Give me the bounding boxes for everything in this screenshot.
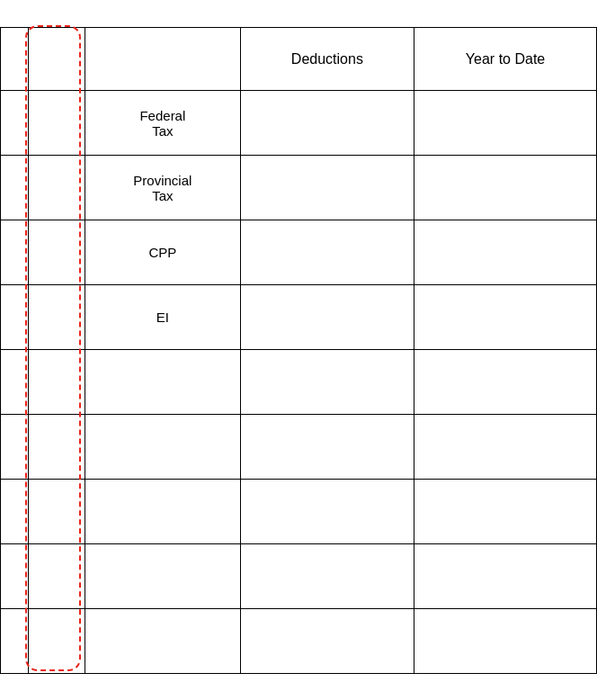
cell-r4-c1 [29,350,85,415]
cell-r2-c1 [29,220,85,285]
cell-r1-c3 [240,156,414,220]
page-wrapper: Deductions Year to Date FederalTaxProvin… [0,0,597,700]
header-ytd: Year to Date [414,28,597,91]
cell-r7-c4 [414,544,597,609]
cell-r2-c0 [1,220,29,285]
cell-r1-c4 [414,156,597,220]
cell-r3-c3 [240,285,414,350]
table-row: CPP [1,220,597,285]
cell-r4-c3 [240,350,414,415]
cell-r5-c1 [29,415,85,480]
header-col1 [1,28,29,91]
cell-r6-c1 [29,480,85,544]
cell-r3-c1 [29,285,85,350]
cell-r1-c1 [29,156,85,220]
cell-r3-c2: EI [85,285,241,350]
cell-r6-c4 [414,480,597,544]
cell-r5-c0 [1,415,29,480]
cell-r8-c3 [240,609,414,674]
cell-r0-c0 [1,91,29,156]
cell-r4-c2 [85,350,241,415]
table-row [1,350,597,415]
header-col2 [29,28,85,91]
payroll-table: Deductions Year to Date FederalTaxProvin… [0,27,597,674]
cell-r0-c2: FederalTax [85,91,241,156]
table-row [1,544,597,609]
cell-r8-c1 [29,609,85,674]
cell-r8-c0 [1,609,29,674]
cell-r4-c0 [1,350,29,415]
cell-r6-c3 [240,480,414,544]
cell-r7-c0 [1,544,29,609]
cell-r8-c4 [414,609,597,674]
cell-r7-c1 [29,544,85,609]
cell-r2-c2: CPP [85,220,241,285]
header-col3 [85,28,241,91]
cell-r5-c4 [414,415,597,480]
cell-r5-c2 [85,415,241,480]
cell-r0-c1 [29,91,85,156]
cell-r8-c2 [85,609,241,674]
cell-r2-c4 [414,220,597,285]
cell-r3-c4 [414,285,597,350]
cell-r2-c3 [240,220,414,285]
cell-r0-c4 [414,91,597,156]
table-row [1,415,597,480]
cell-r1-c2: ProvincialTax [85,156,241,220]
cell-r4-c4 [414,350,597,415]
cell-r7-c2 [85,544,241,609]
header-deductions: Deductions [240,28,414,91]
cell-r5-c3 [240,415,414,480]
table-row: EI [1,285,597,350]
cell-r6-c0 [1,480,29,544]
cell-r3-c0 [1,285,29,350]
cell-r7-c3 [240,544,414,609]
cell-r1-c0 [1,156,29,220]
table-container: Deductions Year to Date FederalTaxProvin… [0,27,597,673]
cell-r0-c3 [240,91,414,156]
table-row: FederalTax [1,91,597,156]
table-row: ProvincialTax [1,156,597,220]
table-row [1,480,597,544]
cell-r6-c2 [85,480,241,544]
table-row [1,609,597,674]
